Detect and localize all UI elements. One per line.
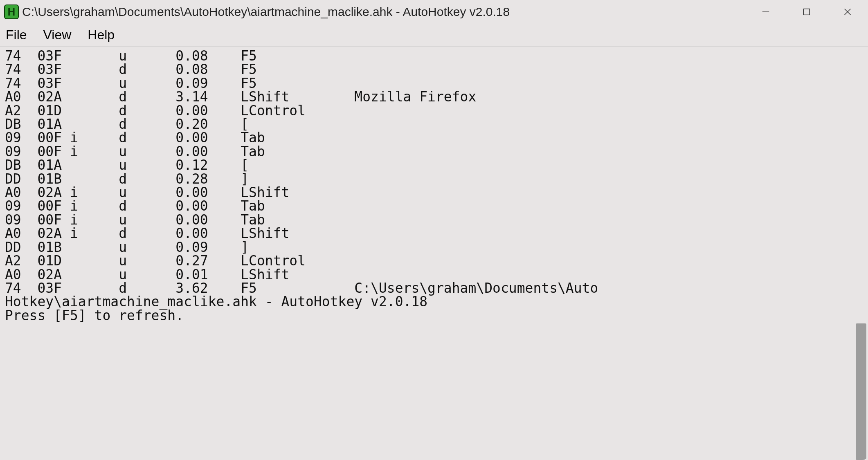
menu-file[interactable]: File bbox=[6, 27, 27, 43]
minimize-icon bbox=[761, 7, 770, 16]
menu-help[interactable]: Help bbox=[88, 27, 115, 43]
menubar: File View Help bbox=[0, 24, 868, 47]
titlebar[interactable]: H C:\Users\graham\Documents\AutoHotkey\a… bbox=[0, 0, 868, 24]
svg-rect-1 bbox=[804, 9, 810, 15]
minimize-button[interactable] bbox=[745, 0, 786, 24]
close-icon bbox=[843, 7, 852, 16]
key-history-log[interactable]: 74 03F u 0.08 F5 74 03F d 0.08 F5 74 03F… bbox=[0, 47, 868, 460]
app-icon: H bbox=[4, 4, 19, 19]
window-title: C:\Users\graham\Documents\AutoHotkey\aia… bbox=[22, 5, 745, 19]
maximize-icon bbox=[802, 7, 811, 16]
close-button[interactable] bbox=[827, 0, 868, 24]
content-area: 74 03F u 0.08 F5 74 03F d 0.08 F5 74 03F… bbox=[0, 47, 868, 460]
menu-view[interactable]: View bbox=[43, 27, 72, 43]
window-controls bbox=[745, 0, 868, 24]
scroll-thumb[interactable] bbox=[856, 323, 866, 460]
maximize-button[interactable] bbox=[786, 0, 827, 24]
vertical-scrollbar[interactable] bbox=[856, 47, 866, 460]
